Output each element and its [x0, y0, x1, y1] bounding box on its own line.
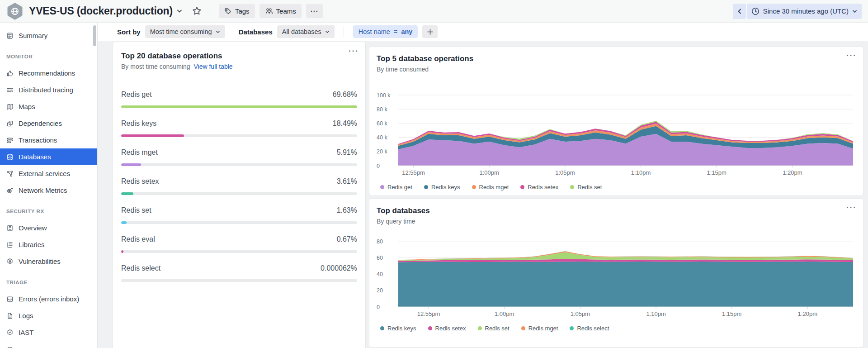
legend-item-redis-keys[interactable]: Redis keys	[380, 325, 416, 332]
top-20-operations-panel: ··· Top 20 database operations By most t…	[113, 42, 366, 348]
operation-row-redis-setex[interactable]: Redis setex3.61%	[121, 171, 357, 200]
more-options-button[interactable]: ···	[306, 4, 323, 18]
sidebar-item-iast[interactable]: IAST	[0, 324, 97, 341]
sidebar-section-header: MONITOR	[6, 51, 91, 62]
network-metrics-icon	[6, 187, 14, 194]
legend-item-redis-select[interactable]: Redis select	[570, 325, 609, 332]
top-databases-panel: ··· Top databases By query time 80604020…	[369, 198, 863, 348]
sidebar-item-libraries[interactable]: Libraries	[0, 236, 97, 253]
legend-item-redis-setex[interactable]: Redis setex	[520, 184, 558, 191]
host-name-filter-chip[interactable]: Host name = any	[353, 25, 418, 38]
svg-text:20 k: 20 k	[377, 148, 387, 155]
svg-text:12:55pm: 12:55pm	[417, 310, 440, 317]
legend-item-redis-set[interactable]: Redis set	[570, 184, 602, 191]
sidebar-item-maps[interactable]: Maps	[0, 98, 97, 115]
sidebar-item-summary[interactable]: Summary	[0, 27, 97, 44]
timeseries-chart[interactable]: 100 k80 k60 k40 k20 k012:55pm1:00pm1:05p…	[377, 91, 855, 177]
operation-row-redis-set[interactable]: Redis set1.63%	[121, 200, 357, 229]
sidebar-section-header: TRIAGE	[6, 277, 91, 288]
operation-percent: 18.49%	[333, 119, 357, 128]
favorite-star-icon[interactable]	[192, 6, 202, 16]
external-services-icon	[6, 170, 14, 177]
time-back-button[interactable]	[733, 4, 746, 19]
legend-item-redis-mget[interactable]: Redis mget	[472, 184, 509, 191]
sidebar-scrollbar-thumb[interactable]	[93, 25, 96, 46]
databases-dropdown[interactable]: All databases	[277, 25, 335, 38]
chart-legend: Redis keysRedis setexRedis setRedis mget…	[377, 325, 856, 332]
operation-bar-track	[121, 192, 357, 195]
sidebar-item-label: Vulnerabilities	[19, 257, 61, 265]
filter-bar: Sort by Most time consuming Databases Al…	[98, 23, 868, 41]
sidebar-item-label: External services	[19, 170, 70, 177]
operation-percent: 0.67%	[337, 235, 357, 243]
legend-dot	[570, 185, 574, 189]
panel-menu-button[interactable]: ···	[349, 47, 359, 56]
sort-by-dropdown[interactable]: Most time consuming	[145, 25, 225, 38]
panel-title: Top 20 database operations	[121, 51, 357, 61]
legend-item-redis-set[interactable]: Redis set	[478, 325, 509, 332]
legend-item-redis-setex[interactable]: Redis setex	[428, 325, 466, 332]
sidebar-item-network-metrics[interactable]: Network Metrics	[0, 182, 97, 199]
time-range-button[interactable]: Since 30 minutes ago (UTC)	[747, 4, 862, 19]
operation-row-redis-mget[interactable]: Redis mget5.91%	[121, 142, 357, 171]
panel-menu-button[interactable]: ···	[846, 203, 857, 212]
operation-row-redis-get[interactable]: Redis get69.68%	[121, 84, 357, 113]
databases-label: Databases	[239, 28, 273, 36]
sidebar-item-overview[interactable]: Overview	[0, 219, 97, 236]
left-sidebar: SummaryMONITORRecommendationsDistributed…	[0, 23, 98, 348]
teams-button[interactable]: Teams	[259, 4, 302, 18]
svg-text:1:05pm: 1:05pm	[571, 310, 590, 317]
sidebar-item-external-services[interactable]: External services	[0, 165, 97, 182]
svg-text:1:15pm: 1:15pm	[707, 169, 726, 176]
operation-percent: 0.000062%	[321, 264, 357, 272]
sidebar-item-distributed-tracing[interactable]: Distributed tracing	[0, 81, 97, 98]
clock-icon	[751, 7, 760, 15]
operation-row-redis-select[interactable]: Redis select0.000062%	[121, 257, 357, 286]
sidebar-item-databases[interactable]: Databases	[0, 148, 97, 165]
operation-bar-track	[121, 163, 357, 166]
legend-item-redis-get[interactable]: Redis get	[380, 184, 412, 191]
timeseries-chart[interactable]: 80604020012:55pm1:00pm1:05pm1:10pm1:15pm…	[377, 237, 855, 319]
svg-text:1:20pm: 1:20pm	[798, 310, 817, 317]
legend-dot	[428, 326, 432, 330]
svg-text:0: 0	[377, 304, 380, 310]
sidebar-item-errors-errors-inbox[interactable]: Errors (errors inbox)	[0, 291, 97, 307]
tags-button[interactable]: Tags	[219, 4, 255, 18]
time-range-label: Since 30 minutes ago (UTC)	[763, 7, 849, 15]
view-full-table-link[interactable]: View full table	[194, 63, 233, 70]
legend-dot	[478, 326, 482, 330]
chevron-down-icon[interactable]	[177, 9, 182, 13]
sidebar-item-vulnerabilities[interactable]: Vulnerabilities	[0, 253, 97, 270]
filter-separator	[344, 26, 344, 38]
dashboard-content: ··· Top 20 database operations By most t…	[98, 41, 868, 348]
legend-label: Redis set	[485, 325, 509, 332]
panel-title: Top 5 database operations	[377, 54, 856, 64]
databases-value: All databases	[282, 28, 321, 35]
operation-bar-track	[121, 221, 357, 224]
legend-item-redis-keys[interactable]: Redis keys	[424, 184, 460, 191]
operation-row-redis-eval[interactable]: Redis eval0.67%	[121, 229, 357, 257]
svg-text:20: 20	[377, 287, 383, 294]
sidebar-item-logs[interactable]: Logs	[0, 307, 97, 324]
iast-icon	[6, 329, 14, 336]
panel-menu-button[interactable]: ···	[846, 51, 857, 60]
sidebar-item-item[interactable]	[0, 341, 97, 348]
sidebar-item-transactions[interactable]: Transactions	[0, 132, 97, 148]
svg-text:1:00pm: 1:00pm	[495, 310, 514, 317]
legend-item-redis-mget[interactable]: Redis mget	[521, 325, 558, 332]
svg-text:40 k: 40 k	[377, 134, 387, 141]
tags-label: Tags	[235, 7, 250, 15]
top-bar: YVES-US (docker.production) Tags Teams ·…	[0, 0, 868, 23]
sidebar-item-label: Dependencies	[19, 119, 62, 127]
chevron-down-icon	[216, 30, 220, 33]
legend-label: Redis keys	[431, 184, 460, 191]
operation-name: Redis keys	[121, 119, 156, 128]
operation-row-redis-keys[interactable]: Redis keys18.49%	[121, 113, 357, 142]
chart-legend: Redis getRedis keysRedis mgetRedis setex…	[377, 184, 856, 191]
svg-text:12:55pm: 12:55pm	[402, 169, 425, 176]
sidebar-item-recommendations[interactable]: Recommendations	[0, 65, 97, 81]
chevron-left-icon	[737, 9, 741, 14]
add-filter-button[interactable]	[422, 25, 438, 38]
sidebar-item-dependencies[interactable]: Dependencies	[0, 115, 97, 132]
series-area-redis-keys	[398, 262, 853, 307]
